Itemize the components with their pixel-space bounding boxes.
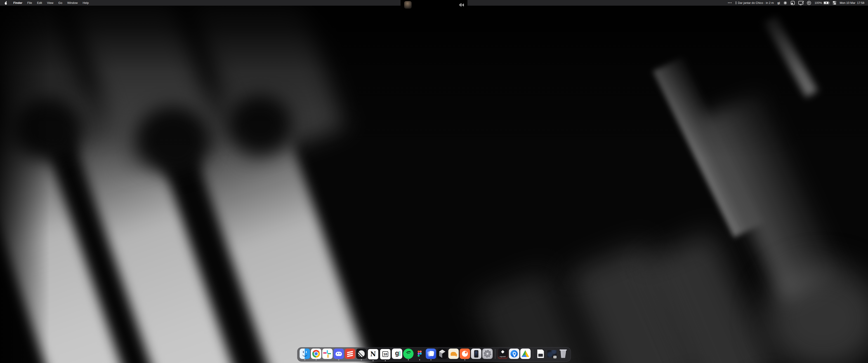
apple-menu[interactable] — [4, 1, 8, 5]
google-drive-icon — [520, 349, 530, 359]
todoist-icon — [345, 349, 355, 359]
system-settings-icon — [483, 349, 493, 359]
spotify-icon — [403, 349, 414, 359]
dock-item-1password[interactable] — [509, 349, 519, 361]
screenshot-stack-icon — [547, 349, 557, 359]
overflow-dots-icon[interactable]: ••• — [728, 1, 732, 4]
dock-item-chrome[interactable] — [311, 349, 321, 361]
menu-window[interactable]: Window — [65, 0, 80, 6]
postico-icon — [448, 349, 459, 359]
dock-item-google-drive[interactable] — [520, 349, 530, 361]
menu-bar-status: ••• Dar jantar do Chico · in 2 m g 100% — [728, 0, 868, 6]
notion-calendar-icon — [380, 349, 391, 360]
toggle-pill — [833, 3, 836, 5]
iphone-mirroring-icon — [471, 349, 482, 359]
dock-item-spotify[interactable] — [403, 349, 414, 361]
grammarly-icon — [392, 349, 402, 359]
1password-menu-icon[interactable] — [807, 1, 811, 5]
visualizer-bar — [462, 4, 463, 6]
dock-item-document[interactable] — [535, 349, 546, 361]
audio-visualizer — [460, 3, 464, 7]
dock-separator — [495, 349, 495, 359]
postman-icon — [460, 349, 470, 359]
dock-item-finder[interactable] — [300, 349, 310, 361]
running-indicator — [305, 359, 305, 360]
finder-icon — [300, 349, 310, 359]
apple-icon — [4, 1, 8, 5]
dock-item-spline[interactable] — [437, 349, 447, 361]
dock-item-postman[interactable] — [460, 349, 470, 361]
album-art[interactable] — [404, 1, 412, 8]
running-indicator — [338, 359, 339, 360]
dock-item-slack[interactable] — [322, 349, 333, 361]
slack-icon — [322, 349, 333, 359]
grammarly-menu-icon[interactable]: g — [777, 1, 780, 4]
dock-item-raycast[interactable] — [498, 349, 508, 361]
calendar-event-item[interactable]: Dar jantar do Chico · in 2 m — [736, 1, 774, 4]
dock-item-system-settings[interactable] — [483, 349, 493, 361]
toggle-pill — [833, 1, 836, 3]
battery-nub — [829, 2, 830, 3]
visualizer-bar — [463, 4, 464, 6]
discord-icon — [334, 349, 344, 359]
dock-item-craft[interactable] — [426, 349, 436, 361]
battery-icon — [824, 1, 829, 4]
running-indicator — [465, 359, 465, 360]
linear-icon — [356, 349, 367, 359]
battery-status[interactable]: 100% — [815, 1, 829, 4]
grammarly-glyph: g — [777, 1, 779, 4]
chrome-icon — [311, 349, 321, 359]
running-indicator — [373, 360, 374, 361]
dock-item-notion[interactable] — [368, 349, 379, 361]
document-icon — [535, 349, 546, 359]
desktop: Finder File Edit View Go Window Help •••… — [0, 0, 868, 363]
dock-item-todoist[interactable] — [345, 349, 355, 361]
menu-edit[interactable]: Edit — [35, 0, 44, 6]
battery-percent: 100% — [815, 1, 822, 4]
raycast-icon — [498, 349, 508, 359]
dock-item-discord[interactable] — [334, 349, 344, 361]
dock-item-notion-calendar[interactable] — [380, 349, 391, 361]
running-indicator — [385, 360, 386, 361]
visualizer-bar — [460, 4, 460, 6]
menu-finder[interactable]: Finder — [11, 0, 25, 6]
dock-item-postico[interactable] — [448, 349, 459, 361]
dock-item-grammarly[interactable] — [392, 349, 402, 361]
menu-bar-left: Finder File Edit View Go Window Help — [0, 0, 91, 6]
menu-help[interactable]: Help — [80, 0, 91, 6]
running-indicator — [408, 359, 409, 360]
figma-icon — [414, 349, 425, 359]
notion-icon — [368, 349, 379, 360]
dock-item-iphone-mirroring[interactable] — [471, 349, 482, 361]
menu-go[interactable]: Go — [56, 0, 65, 6]
dock-separator — [533, 349, 533, 359]
dock-item-trash[interactable] — [558, 349, 568, 361]
1password-icon — [509, 349, 519, 359]
spline-icon — [437, 349, 447, 359]
menu-file[interactable]: File — [25, 0, 35, 6]
running-indicator — [419, 359, 420, 360]
visualizer-bar — [461, 3, 461, 6]
asterisk-menu-icon[interactable] — [783, 1, 787, 5]
dock — [297, 347, 571, 362]
display-menu-icon[interactable] — [798, 1, 803, 4]
trash-icon — [558, 349, 568, 359]
running-indicator — [316, 359, 317, 360]
running-indicator — [361, 359, 362, 360]
menu-bar-clock[interactable]: Mon 10 Mar 17:58 — [840, 1, 864, 4]
menu-view[interactable]: View — [44, 0, 56, 6]
event-text: Dar jantar do Chico · in 2 m — [738, 1, 774, 4]
wallpaper — [0, 0, 868, 363]
dock-item-figma[interactable] — [414, 349, 425, 361]
grammarly-caret — [779, 2, 780, 4]
notch-media-widget[interactable] — [401, 0, 467, 10]
craft-icon — [426, 349, 436, 359]
event-color-bar — [736, 1, 737, 4]
wallpaper-fade — [0, 0, 50, 363]
shape-menu-icon[interactable] — [791, 1, 795, 5]
control-center-icon[interactable] — [833, 1, 836, 4]
wallpaper-fade — [0, 0, 868, 181]
running-indicator — [431, 359, 432, 360]
dock-item-linear[interactable] — [356, 349, 367, 361]
dock-item-screenshot-stack[interactable] — [547, 349, 557, 361]
